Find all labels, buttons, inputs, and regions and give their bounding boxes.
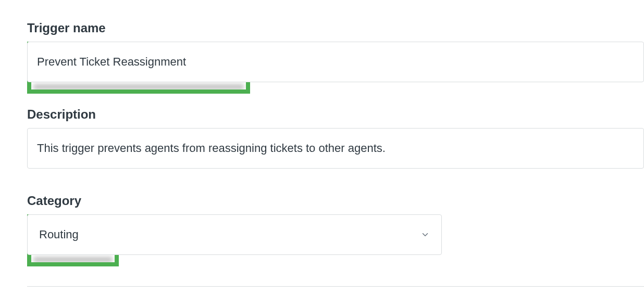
trigger-name-group: Trigger name [27,21,644,82]
trigger-name-highlight [27,42,644,82]
trigger-name-label: Trigger name [27,21,644,35]
category-label: Category [27,194,644,208]
description-group: Description [27,107,644,169]
divider [27,286,644,287]
category-selected-value: Routing [39,228,79,241]
category-select[interactable]: Routing [27,214,442,255]
category-highlight: Routing [27,214,442,255]
category-group: Category Routing [27,194,644,255]
chevron-down-icon [420,230,430,239]
description-input[interactable] [27,128,644,169]
trigger-name-input[interactable] [27,42,644,82]
description-label: Description [27,107,644,122]
